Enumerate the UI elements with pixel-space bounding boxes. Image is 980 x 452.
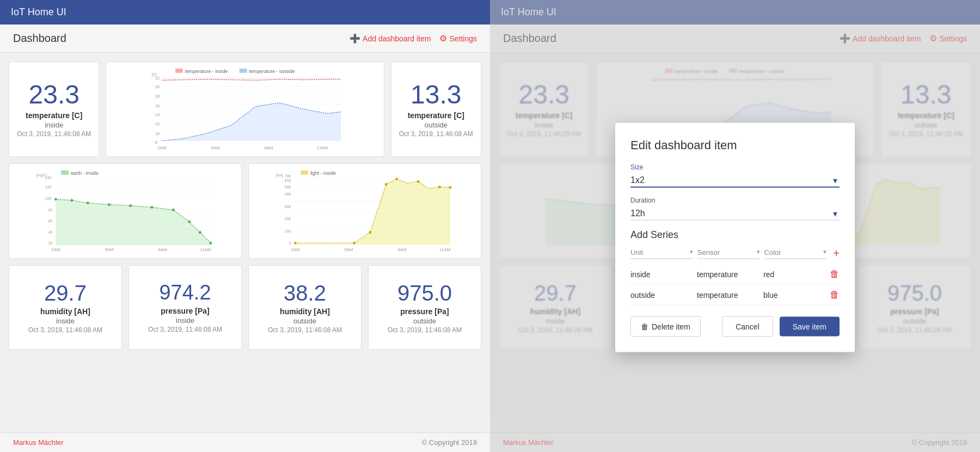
modal-actions: 🗑 Delete item Cancel Save item (630, 316, 840, 337)
legend-inside-text: temperature - inside (185, 69, 228, 74)
left-app-header: IoT Home UI (0, 0, 490, 25)
pressure-inside-label: pressure [Pa] (161, 307, 209, 315)
temp-outside-value: 13.3 (411, 81, 461, 109)
l-y-500: 500 (285, 185, 291, 189)
legend-outside-text: temperature - outside (249, 69, 295, 74)
card-humidity-inside: 29.7 humidity [AH] inside Oct 3, 2019, 1… (9, 265, 122, 350)
x-5am-l: 5AM (344, 247, 353, 252)
x-label-8am: 8AM (265, 145, 273, 150)
dot (108, 203, 111, 206)
dot (385, 183, 388, 186)
light-legend-rect (301, 170, 308, 175)
series-1-color: blue (763, 290, 825, 299)
y-label-8: 8 (155, 140, 158, 145)
temp-inside-label: temperature [C] (26, 111, 82, 120)
delete-item-button[interactable]: 🗑 Delete item (630, 316, 701, 337)
series-0-unit: inside (630, 270, 693, 278)
y-label-16: 16 (155, 103, 160, 108)
y-60: 60 (48, 219, 53, 223)
left-add-button[interactable]: ➕ Add dashboard item (350, 33, 431, 44)
pressure-inside-timestamp: Oct 3, 2019, 11:46:08 AM (148, 326, 222, 333)
duration-select-wrapper[interactable]: 12h 1h 24h (630, 206, 840, 221)
pressure-inside-sublabel: inside (176, 316, 194, 325)
left-row-middle: earth - inside [mg/L] 20 40 60 80 100 12… (9, 163, 481, 259)
dot (417, 180, 420, 183)
legend-inside-rect (175, 69, 183, 73)
x-label-11am: 11AM (317, 145, 328, 150)
humidity-outside-sublabel: outside (293, 317, 316, 325)
series-0-delete-button[interactable]: 🗑 (830, 268, 840, 280)
card-humidity-outside: 38.2 humidity [AH] outside Oct 3, 2019, … (248, 265, 362, 350)
l-y-400: 400 (285, 192, 291, 196)
dot (188, 221, 191, 223)
pressure-inside-value: 974.2 (159, 282, 211, 304)
chart-earth: earth - inside [mg/L] 20 40 60 80 100 12… (9, 163, 242, 259)
dot (70, 199, 73, 201)
cancel-button[interactable]: Cancel (722, 316, 773, 337)
series-1-delete-button[interactable]: 🗑 (830, 289, 840, 301)
unit-col-label[interactable]: Unit (630, 248, 693, 259)
y-40: 40 (48, 230, 53, 234)
left-footer-author: Markus Mächler (13, 438, 63, 447)
series-col-color: Color (764, 248, 827, 259)
size-select[interactable]: 1x2 1x1 2x2 (630, 173, 840, 188)
l-y-0: 0 (289, 241, 291, 245)
size-label: Size (630, 163, 840, 171)
left-dashboard-content: 23.3 temperature [C] inside Oct 3, 2019,… (0, 53, 490, 432)
dot (54, 198, 57, 200)
card-temp-inside: 23.3 temperature [C] inside Oct 3, 2019,… (9, 62, 99, 157)
temp-inside-sublabel: inside (45, 121, 63, 129)
dot (294, 242, 297, 245)
dot (199, 231, 201, 234)
y-label-22: 22 (155, 76, 160, 81)
color-col-label[interactable]: Color (764, 248, 827, 259)
add-series-title: Add Series (630, 229, 840, 241)
humidity-outside-timestamp: Oct 3, 2019, 11:46:08 AM (268, 326, 342, 334)
temp-inside-value: 23.3 (28, 81, 79, 109)
series-col-unit: Unit (630, 248, 693, 259)
gear-icon: ⚙ (439, 33, 447, 44)
earth-legend-rect (61, 170, 69, 175)
trash-icon: 🗑 (641, 322, 648, 331)
chart-light: light - inside [lux] 0 100 200 300 400 5… (248, 163, 481, 259)
size-select-wrapper[interactable]: 1x2 1x1 2x2 (630, 173, 840, 188)
y-80: 80 (48, 208, 53, 212)
light-y-unit: [lux] (276, 173, 283, 178)
humidity-outside-label: humidity [AH] (280, 307, 330, 316)
card-pressure-inside: 974.2 pressure [Pa] inside Oct 3, 2019, … (128, 265, 242, 350)
left-settings-button[interactable]: ⚙ Settings (439, 33, 477, 44)
pressure-outside-label: pressure [Pa] (400, 307, 449, 316)
y-label-10: 10 (155, 131, 160, 136)
series-row-0: inside temperature red 🗑 (630, 264, 840, 285)
light-legend-text: light - inside (310, 170, 336, 176)
series-header: Unit Sensor Color + (630, 247, 840, 260)
pressure-outside-timestamp: Oct 3, 2019, 11:46:08 AM (388, 326, 462, 334)
dot (369, 231, 371, 234)
temp-outside-timestamp: Oct 3, 2019, 11:46:08 AM (399, 130, 473, 138)
x-5am: 5AM (105, 247, 113, 252)
duration-select[interactable]: 12h 1h 24h (630, 206, 840, 221)
left-footer-copy: © Copyright 2019 (422, 438, 477, 447)
card-pressure-outside: 975.0 pressure [Pa] outside Oct 3, 2019,… (368, 265, 481, 350)
light-area (295, 179, 450, 245)
series-1-sensor: temperature (697, 290, 759, 299)
right-panel: IoT Home UI Dashboard ➕ Add dashboard it… (490, 0, 980, 452)
y-100: 100 (45, 197, 52, 200)
humidity-inside-timestamp: Oct 3, 2019, 11:46:08 AM (28, 326, 102, 334)
dot (438, 186, 441, 188)
save-button[interactable]: Save item (780, 317, 840, 337)
x-11am: 11AM (200, 247, 211, 252)
card-temp-outside: 13.3 temperature [C] outside Oct 3, 2019… (391, 62, 481, 157)
y-label-14: 14 (155, 112, 160, 117)
add-series-button[interactable]: + (833, 247, 840, 260)
x-label-5am: 5AM (211, 145, 220, 150)
series-0-sensor: temperature (697, 270, 759, 278)
sensor-col-label[interactable]: Sensor (697, 248, 760, 259)
dot (210, 242, 212, 245)
x-label-2am: 2AM (158, 145, 167, 150)
outside-area (162, 103, 341, 141)
left-panel: IoT Home UI Dashboard ➕ Add dashboard it… (0, 0, 490, 452)
legend-outside-rect (240, 69, 247, 73)
x-2am-l: 2AM (291, 247, 299, 252)
plus-circle-icon: ➕ (350, 33, 360, 44)
